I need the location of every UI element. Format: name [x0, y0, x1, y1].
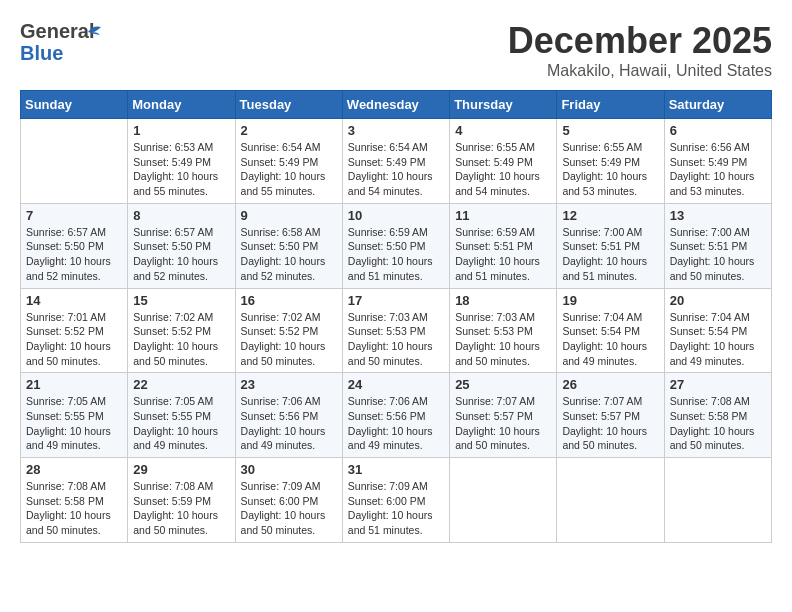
- day-number: 14: [26, 293, 122, 308]
- day-cell: [557, 458, 664, 543]
- day-info: Sunrise: 6:57 AM Sunset: 5:50 PM Dayligh…: [26, 225, 122, 284]
- day-number: 31: [348, 462, 444, 477]
- title-section: December 2025Makakilo, Hawaii, United St…: [508, 20, 772, 80]
- day-cell: 16Sunrise: 7:02 AM Sunset: 5:52 PM Dayli…: [235, 288, 342, 373]
- day-info: Sunrise: 7:00 AM Sunset: 5:51 PM Dayligh…: [562, 225, 658, 284]
- day-cell: [450, 458, 557, 543]
- day-info: Sunrise: 7:08 AM Sunset: 5:58 PM Dayligh…: [26, 479, 122, 538]
- day-number: 13: [670, 208, 766, 223]
- day-number: 7: [26, 208, 122, 223]
- day-cell: 23Sunrise: 7:06 AM Sunset: 5:56 PM Dayli…: [235, 373, 342, 458]
- day-info: Sunrise: 6:59 AM Sunset: 5:50 PM Dayligh…: [348, 225, 444, 284]
- day-info: Sunrise: 6:57 AM Sunset: 5:50 PM Dayligh…: [133, 225, 229, 284]
- day-cell: 3Sunrise: 6:54 AM Sunset: 5:49 PM Daylig…: [342, 119, 449, 204]
- day-number: 12: [562, 208, 658, 223]
- day-cell: 2Sunrise: 6:54 AM Sunset: 5:49 PM Daylig…: [235, 119, 342, 204]
- day-cell: 22Sunrise: 7:05 AM Sunset: 5:55 PM Dayli…: [128, 373, 235, 458]
- day-info: Sunrise: 7:06 AM Sunset: 5:56 PM Dayligh…: [348, 394, 444, 453]
- day-info: Sunrise: 7:01 AM Sunset: 5:52 PM Dayligh…: [26, 310, 122, 369]
- day-number: 18: [455, 293, 551, 308]
- day-info: Sunrise: 7:00 AM Sunset: 5:51 PM Dayligh…: [670, 225, 766, 284]
- page-header: December 2025Makakilo, Hawaii, United St…: [20, 20, 772, 80]
- week-row-2: 7Sunrise: 6:57 AM Sunset: 5:50 PM Daylig…: [21, 203, 772, 288]
- day-cell: 31Sunrise: 7:09 AM Sunset: 6:00 PM Dayli…: [342, 458, 449, 543]
- day-cell: 7Sunrise: 6:57 AM Sunset: 5:50 PM Daylig…: [21, 203, 128, 288]
- day-info: Sunrise: 7:05 AM Sunset: 5:55 PM Dayligh…: [26, 394, 122, 453]
- col-monday: Monday: [128, 91, 235, 119]
- day-cell: 24Sunrise: 7:06 AM Sunset: 5:56 PM Dayli…: [342, 373, 449, 458]
- logo-container: General Blue: [20, 20, 120, 65]
- day-info: Sunrise: 7:06 AM Sunset: 5:56 PM Dayligh…: [241, 394, 337, 453]
- col-saturday: Saturday: [664, 91, 771, 119]
- col-wednesday: Wednesday: [342, 91, 449, 119]
- day-cell: 27Sunrise: 7:08 AM Sunset: 5:58 PM Dayli…: [664, 373, 771, 458]
- day-number: 6: [670, 123, 766, 138]
- month-title: December 2025: [508, 20, 772, 62]
- logo-bird-icon: [73, 20, 103, 40]
- day-info: Sunrise: 7:07 AM Sunset: 5:57 PM Dayligh…: [562, 394, 658, 453]
- calendar-header-row: SundayMondayTuesdayWednesdayThursdayFrid…: [21, 91, 772, 119]
- day-cell: 15Sunrise: 7:02 AM Sunset: 5:52 PM Dayli…: [128, 288, 235, 373]
- day-number: 11: [455, 208, 551, 223]
- day-cell: [21, 119, 128, 204]
- day-cell: 20Sunrise: 7:04 AM Sunset: 5:54 PM Dayli…: [664, 288, 771, 373]
- day-info: Sunrise: 6:56 AM Sunset: 5:49 PM Dayligh…: [670, 140, 766, 199]
- day-info: Sunrise: 6:54 AM Sunset: 5:49 PM Dayligh…: [241, 140, 337, 199]
- day-number: 3: [348, 123, 444, 138]
- day-cell: 30Sunrise: 7:09 AM Sunset: 6:00 PM Dayli…: [235, 458, 342, 543]
- day-cell: 5Sunrise: 6:55 AM Sunset: 5:49 PM Daylig…: [557, 119, 664, 204]
- day-number: 30: [241, 462, 337, 477]
- day-number: 1: [133, 123, 229, 138]
- day-info: Sunrise: 7:02 AM Sunset: 5:52 PM Dayligh…: [241, 310, 337, 369]
- day-number: 16: [241, 293, 337, 308]
- day-cell: 17Sunrise: 7:03 AM Sunset: 5:53 PM Dayli…: [342, 288, 449, 373]
- week-row-5: 28Sunrise: 7:08 AM Sunset: 5:58 PM Dayli…: [21, 458, 772, 543]
- col-tuesday: Tuesday: [235, 91, 342, 119]
- day-info: Sunrise: 7:07 AM Sunset: 5:57 PM Dayligh…: [455, 394, 551, 453]
- day-cell: 9Sunrise: 6:58 AM Sunset: 5:50 PM Daylig…: [235, 203, 342, 288]
- col-sunday: Sunday: [21, 91, 128, 119]
- day-info: Sunrise: 7:08 AM Sunset: 5:58 PM Dayligh…: [670, 394, 766, 453]
- day-cell: 19Sunrise: 7:04 AM Sunset: 5:54 PM Dayli…: [557, 288, 664, 373]
- day-info: Sunrise: 6:54 AM Sunset: 5:49 PM Dayligh…: [348, 140, 444, 199]
- day-info: Sunrise: 7:09 AM Sunset: 6:00 PM Dayligh…: [241, 479, 337, 538]
- day-cell: 11Sunrise: 6:59 AM Sunset: 5:51 PM Dayli…: [450, 203, 557, 288]
- day-number: 2: [241, 123, 337, 138]
- day-cell: 13Sunrise: 7:00 AM Sunset: 5:51 PM Dayli…: [664, 203, 771, 288]
- col-thursday: Thursday: [450, 91, 557, 119]
- day-cell: 10Sunrise: 6:59 AM Sunset: 5:50 PM Dayli…: [342, 203, 449, 288]
- day-number: 23: [241, 377, 337, 392]
- day-info: Sunrise: 7:04 AM Sunset: 5:54 PM Dayligh…: [562, 310, 658, 369]
- col-friday: Friday: [557, 91, 664, 119]
- day-info: Sunrise: 7:03 AM Sunset: 5:53 PM Dayligh…: [455, 310, 551, 369]
- day-number: 5: [562, 123, 658, 138]
- day-cell: 18Sunrise: 7:03 AM Sunset: 5:53 PM Dayli…: [450, 288, 557, 373]
- day-cell: 4Sunrise: 6:55 AM Sunset: 5:49 PM Daylig…: [450, 119, 557, 204]
- day-cell: 12Sunrise: 7:00 AM Sunset: 5:51 PM Dayli…: [557, 203, 664, 288]
- day-info: Sunrise: 7:05 AM Sunset: 5:55 PM Dayligh…: [133, 394, 229, 453]
- week-row-4: 21Sunrise: 7:05 AM Sunset: 5:55 PM Dayli…: [21, 373, 772, 458]
- day-info: Sunrise: 7:02 AM Sunset: 5:52 PM Dayligh…: [133, 310, 229, 369]
- day-cell: 25Sunrise: 7:07 AM Sunset: 5:57 PM Dayli…: [450, 373, 557, 458]
- day-cell: 28Sunrise: 7:08 AM Sunset: 5:58 PM Dayli…: [21, 458, 128, 543]
- day-info: Sunrise: 7:03 AM Sunset: 5:53 PM Dayligh…: [348, 310, 444, 369]
- location-title: Makakilo, Hawaii, United States: [508, 62, 772, 80]
- day-number: 17: [348, 293, 444, 308]
- day-number: 27: [670, 377, 766, 392]
- day-info: Sunrise: 6:58 AM Sunset: 5:50 PM Dayligh…: [241, 225, 337, 284]
- week-row-3: 14Sunrise: 7:01 AM Sunset: 5:52 PM Dayli…: [21, 288, 772, 373]
- day-number: 21: [26, 377, 122, 392]
- day-number: 19: [562, 293, 658, 308]
- day-number: 9: [241, 208, 337, 223]
- week-row-1: 1Sunrise: 6:53 AM Sunset: 5:49 PM Daylig…: [21, 119, 772, 204]
- day-cell: 29Sunrise: 7:08 AM Sunset: 5:59 PM Dayli…: [128, 458, 235, 543]
- day-info: Sunrise: 6:53 AM Sunset: 5:49 PM Dayligh…: [133, 140, 229, 199]
- day-info: Sunrise: 6:55 AM Sunset: 5:49 PM Dayligh…: [455, 140, 551, 199]
- day-info: Sunrise: 6:59 AM Sunset: 5:51 PM Dayligh…: [455, 225, 551, 284]
- day-info: Sunrise: 6:55 AM Sunset: 5:49 PM Dayligh…: [562, 140, 658, 199]
- day-number: 8: [133, 208, 229, 223]
- logo-blue-2: Blue: [20, 42, 63, 65]
- day-info: Sunrise: 7:04 AM Sunset: 5:54 PM Dayligh…: [670, 310, 766, 369]
- day-number: 25: [455, 377, 551, 392]
- day-cell: 8Sunrise: 6:57 AM Sunset: 5:50 PM Daylig…: [128, 203, 235, 288]
